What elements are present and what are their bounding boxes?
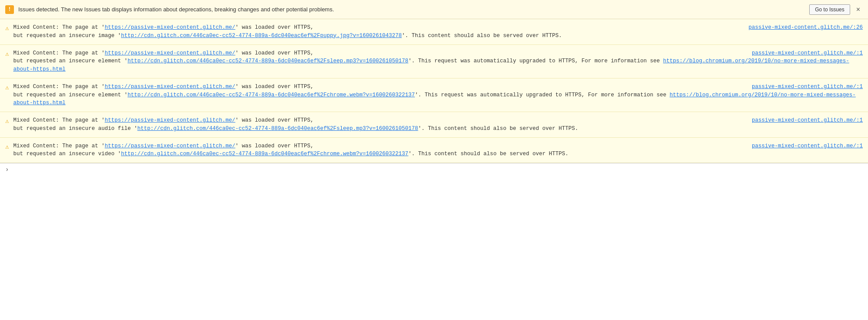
warning-triangle-icon: ⚠ <box>5 83 9 92</box>
source-link[interactable]: passive-mixed-content.glitch.me/:1 <box>752 83 863 91</box>
source-link[interactable]: passive-mixed-content.glitch.me/:1 <box>752 116 863 125</box>
page-url-link[interactable]: https://passive-mixed-content.glitch.me/ <box>104 24 235 31</box>
message-text: passive-mixed-content.glitch.me/:1Mixed … <box>13 49 863 74</box>
bottom-bar: › <box>0 163 868 176</box>
page-url-link[interactable]: https://passive-mixed-content.glitch.me/ <box>104 84 235 90</box>
page-url-link[interactable]: https://passive-mixed-content.glitch.me/ <box>104 143 235 149</box>
message-text: passive-mixed-content.glitch.me/:26Mixed… <box>13 24 863 40</box>
warning-triangle-icon: ⚠ <box>5 50 9 59</box>
message-row: ⚠passive-mixed-content.glitch.me/:1Mixed… <box>0 112 868 138</box>
go-to-issues-button[interactable]: Go to Issues <box>809 4 850 15</box>
warning-triangle-icon: ⚠ <box>5 24 9 33</box>
top-bar: ! Issues detected. The new Issues tab di… <box>0 0 868 19</box>
message-text: passive-mixed-content.glitch.me/:1Mixed … <box>13 116 863 133</box>
message-text: passive-mixed-content.glitch.me/:1Mixed … <box>13 83 863 107</box>
messages-container: ⚠passive-mixed-content.glitch.me/:26Mixe… <box>0 19 868 163</box>
message-text: passive-mixed-content.glitch.me/:1Mixed … <box>13 142 863 159</box>
top-bar-right: Go to Issues × <box>809 4 863 15</box>
close-button[interactable]: × <box>854 5 863 14</box>
resource-url-link[interactable]: http://cdn.glitch.com/446ca0ec-cc52-4774… <box>121 151 408 157</box>
resource-url-link[interactable]: http://cdn.glitch.com/446ca0ec-cc52-4774… <box>128 92 415 98</box>
top-bar-left: ! Issues detected. The new Issues tab di… <box>5 5 334 14</box>
warning-icon-top: ! <box>5 5 14 14</box>
page-url-link[interactable]: https://passive-mixed-content.glitch.me/ <box>104 50 235 56</box>
resource-url-link[interactable]: http://cdn.glitch.com/446ca0ec-cc52-4774… <box>128 58 408 64</box>
chevron-right-icon[interactable]: › <box>5 166 9 173</box>
warning-triangle-icon: ⚠ <box>5 117 9 126</box>
message-row: ⚠passive-mixed-content.glitch.me/:1Mixed… <box>0 78 868 112</box>
resource-url-link[interactable]: http://cdn.glitch.com/446ca0ec-cc52-4774… <box>121 33 402 39</box>
source-link[interactable]: passive-mixed-content.glitch.me/:1 <box>752 49 863 58</box>
message-row: ⚠passive-mixed-content.glitch.me/:1Mixed… <box>0 138 868 163</box>
top-bar-message: Issues detected. The new Issues tab disp… <box>18 6 334 13</box>
message-row: ⚠passive-mixed-content.glitch.me/:26Mixe… <box>0 19 868 45</box>
page-url-link[interactable]: https://passive-mixed-content.glitch.me/ <box>104 117 235 123</box>
warning-triangle-icon: ⚠ <box>5 143 9 152</box>
resource-url-link[interactable]: http://cdn.glitch.com/446ca0ec-cc52-4774… <box>137 126 418 132</box>
source-link[interactable]: passive-mixed-content.glitch.me/:26 <box>748 24 863 32</box>
message-row: ⚠passive-mixed-content.glitch.me/:1Mixed… <box>0 45 868 78</box>
source-link[interactable]: passive-mixed-content.glitch.me/:1 <box>752 142 863 150</box>
